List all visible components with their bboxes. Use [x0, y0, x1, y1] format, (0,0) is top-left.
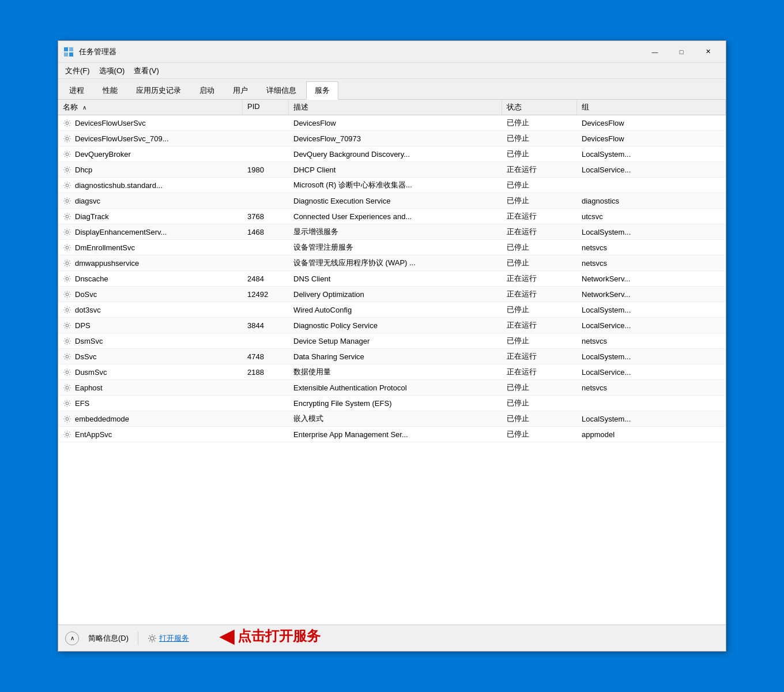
service-pid	[243, 178, 289, 193]
table-row[interactable]: EFS Encrypting File System (EFS) 已停止	[58, 396, 726, 411]
service-desc: DevQuery Background Discovery...	[289, 146, 502, 161]
service-name: DoSvc	[58, 287, 243, 302]
service-status: 已停止	[502, 427, 577, 442]
col-header-desc[interactable]: 描述	[289, 100, 502, 115]
table-row[interactable]: DevicesFlowUserSvc_709... DevicesFlow_70…	[58, 131, 726, 146]
tab-bar: 进程 性能 应用历史记录 启动 用户 详细信息 服务	[58, 79, 726, 100]
open-service-link[interactable]: 打开服务	[148, 633, 189, 644]
service-gear-icon	[63, 259, 71, 268]
service-desc: 数据使用量	[289, 364, 502, 379]
table-row[interactable]: DusmSvc 2188 数据使用量 正在运行 LocalService...	[58, 364, 726, 380]
table-row[interactable]: DmEnrollmentSvc 设备管理注册服务 已停止 netsvcs	[58, 240, 726, 255]
tab-details[interactable]: 详细信息	[258, 81, 305, 99]
service-group: LocalSystem...	[577, 349, 726, 364]
service-group: NetworkServ...	[577, 287, 726, 302]
svg-point-10	[66, 215, 69, 218]
table-row[interactable]: Dhcp 1980 DHCP Client 正在运行 LocalService.…	[58, 162, 726, 178]
service-pid	[243, 396, 289, 411]
service-desc: Wired AutoConfig	[289, 302, 502, 317]
tab-users[interactable]: 用户	[224, 81, 257, 99]
maximize-button[interactable]: □	[668, 43, 695, 61]
tab-performance[interactable]: 性能	[94, 81, 126, 99]
table-row[interactable]: dmwappushservice 设备管理无线应用程序协议 (WAP) ... …	[58, 255, 726, 271]
table-row[interactable]: DsSvc 4748 Data Sharing Service 正在运行 Loc…	[58, 349, 726, 364]
service-status: 已停止	[502, 178, 577, 193]
service-gear-icon	[63, 368, 71, 377]
expand-button[interactable]: ∧	[65, 631, 79, 645]
table-row[interactable]: dot3svc Wired AutoConfig 已停止 LocalSystem…	[58, 302, 726, 318]
svg-point-12	[66, 246, 69, 249]
table-row[interactable]: DoSvc 12492 Delivery Optimization 正在运行 N…	[58, 287, 726, 302]
svg-point-18	[66, 340, 69, 343]
service-name: DevQueryBroker	[58, 146, 243, 161]
service-desc: 显示增强服务	[289, 224, 502, 239]
service-group	[577, 396, 726, 411]
service-desc: DNS Client	[289, 271, 502, 286]
tab-services[interactable]: 服务	[306, 81, 338, 100]
service-desc: Data Sharing Service	[289, 349, 502, 364]
service-gear-icon	[63, 290, 71, 299]
col-header-group[interactable]: 组	[577, 100, 726, 115]
service-status: 正在运行	[502, 162, 577, 177]
service-desc: 设备管理无线应用程序协议 (WAP) ...	[289, 255, 502, 270]
window-controls: — □ ✕	[642, 43, 721, 61]
service-pid	[243, 240, 289, 255]
close-button[interactable]: ✕	[695, 43, 721, 61]
service-group: netsvcs	[577, 380, 726, 395]
service-gear-icon	[63, 228, 71, 236]
service-name: Dnscache	[58, 271, 243, 286]
table-row[interactable]: DiagTrack 3768 Connected User Experience…	[58, 209, 726, 224]
service-name: dot3svc	[58, 302, 243, 317]
service-name: EFS	[58, 396, 243, 411]
service-name: DmEnrollmentSvc	[58, 240, 243, 255]
service-pid: 3844	[243, 318, 289, 333]
table-row[interactable]: DPS 3844 Diagnostic Policy Service 正在运行 …	[58, 318, 726, 333]
minimize-button[interactable]: —	[642, 43, 668, 61]
menu-options[interactable]: 选项(O)	[95, 65, 130, 77]
service-pid	[243, 146, 289, 161]
service-desc: Extensible Authentication Protocol	[289, 380, 502, 395]
col-header-pid[interactable]: PID	[243, 100, 289, 115]
service-group: LocalSystem...	[577, 146, 726, 161]
table-row[interactable]: Eaphost Extensible Authentication Protoc…	[58, 380, 726, 396]
bottom-bar: ∧ 简略信息(D) 打开服务 ◀ 点击打开服务	[58, 625, 726, 651]
tab-process[interactable]: 进程	[61, 81, 93, 99]
service-name: DevicesFlowUserSvc	[58, 115, 243, 130]
menu-view[interactable]: 查看(V)	[129, 65, 163, 77]
service-name: EntAppSvc	[58, 427, 243, 442]
service-name: diagsvc	[58, 193, 243, 208]
service-name: DiagTrack	[58, 209, 243, 224]
service-pid: 1468	[243, 224, 289, 239]
service-group: netsvcs	[577, 240, 726, 255]
table-row[interactable]: DsmSvc Device Setup Manager 已停止 netsvcs	[58, 333, 726, 349]
table-row[interactable]: DevQueryBroker DevQuery Background Disco…	[58, 146, 726, 162]
tab-app-history[interactable]: 应用历史记录	[127, 81, 190, 99]
service-pid	[243, 380, 289, 395]
service-pid	[243, 302, 289, 317]
service-gear-icon	[63, 212, 71, 221]
table-row[interactable]: diagnosticshub.standard... Microsoft (R)…	[58, 178, 726, 193]
col-header-status[interactable]: 状态	[502, 100, 577, 115]
service-gear-icon	[63, 306, 71, 314]
service-status: 正在运行	[502, 224, 577, 239]
svg-point-11	[66, 231, 69, 234]
tab-startup[interactable]: 启动	[191, 81, 223, 99]
table-body[interactable]: DevicesFlowUserSvc DevicesFlow 已停止 Devic…	[58, 115, 726, 625]
table-row[interactable]: DisplayEnhancementServ... 1468 显示增强服务 正在…	[58, 224, 726, 240]
table-row[interactable]: Dnscache 2484 DNS Client 正在运行 NetworkSer…	[58, 271, 726, 287]
service-group: LocalSystem...	[577, 224, 726, 239]
service-pid	[243, 193, 289, 208]
service-group: LocalService...	[577, 364, 726, 379]
table-row[interactable]: diagsvc Diagnostic Execution Service 已停止…	[58, 193, 726, 209]
col-header-name[interactable]: 名称 ∧	[58, 100, 243, 115]
table-row[interactable]: embeddedmode 嵌入模式 已停止 LocalSystem...	[58, 411, 726, 427]
svg-rect-1	[69, 47, 73, 51]
service-group: diagnostics	[577, 193, 726, 208]
svg-rect-3	[69, 52, 73, 57]
menu-file[interactable]: 文件(F)	[61, 65, 95, 77]
table-row[interactable]: DevicesFlowUserSvc DevicesFlow 已停止 Devic…	[58, 115, 726, 131]
menu-bar: 文件(F) 选项(O) 查看(V)	[58, 63, 726, 79]
service-desc: DHCP Client	[289, 162, 502, 177]
table-row[interactable]: EntAppSvc Enterprise App Management Ser.…	[58, 427, 726, 442]
service-name: DsmSvc	[58, 333, 243, 348]
